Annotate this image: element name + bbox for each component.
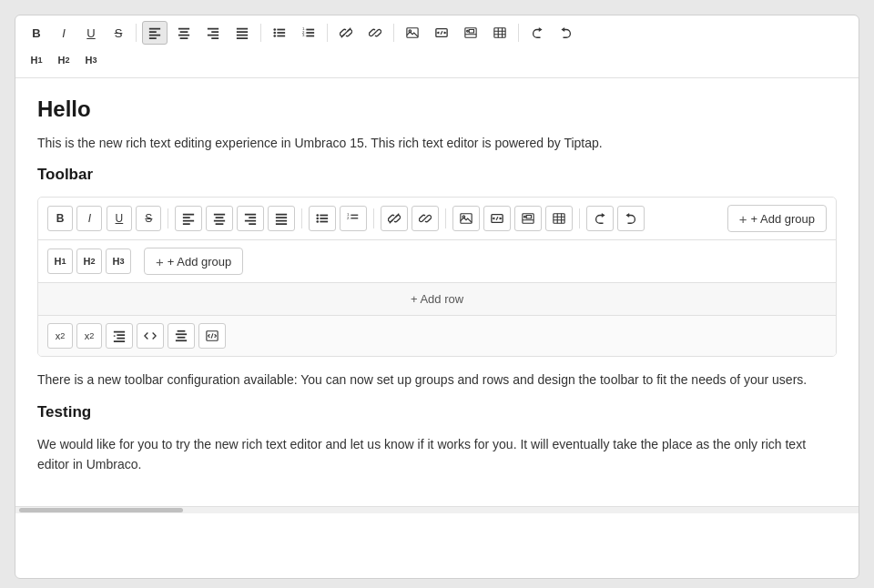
- svg-rect-54: [276, 218, 287, 219]
- content-area: Hello This is the new rich text editing …: [15, 78, 859, 506]
- separator-4: [393, 24, 394, 42]
- config-align-center-button[interactable]: [206, 206, 233, 231]
- svg-rect-82: [117, 338, 125, 340]
- svg-rect-45: [214, 214, 225, 216]
- svg-line-29: [373, 31, 377, 35]
- svg-rect-10: [208, 35, 218, 36]
- svg-rect-3: [149, 37, 157, 39]
- svg-rect-5: [180, 31, 188, 33]
- config-subscript-button[interactable]: x2: [76, 323, 102, 349]
- config-sep-5: [579, 208, 580, 228]
- config-link-button[interactable]: [412, 206, 439, 231]
- svg-point-59: [317, 218, 320, 220]
- config-align-right-button[interactable]: [237, 206, 264, 231]
- link-button[interactable]: [362, 21, 388, 45]
- underline-button[interactable]: U: [79, 21, 103, 45]
- svg-rect-55: [276, 220, 287, 222]
- media-button[interactable]: [458, 21, 483, 45]
- align-justify-button[interactable]: [229, 21, 255, 45]
- svg-rect-43: [183, 220, 194, 222]
- redo-button[interactable]: [524, 21, 550, 45]
- config-sep-3: [373, 208, 374, 228]
- align-left-button[interactable]: [142, 21, 168, 45]
- config-sep-2: [301, 208, 302, 228]
- toolbar-row-2: H1 H2 H3: [25, 48, 849, 72]
- config-italic-button[interactable]: I: [76, 206, 102, 231]
- svg-point-74: [524, 217, 526, 218]
- config-bold-button[interactable]: B: [47, 206, 73, 231]
- config-strike-button[interactable]: S: [136, 206, 161, 231]
- svg-rect-49: [245, 214, 256, 216]
- config-h1-button[interactable]: H1: [47, 248, 73, 274]
- svg-rect-11: [211, 37, 218, 39]
- plus-icon-2: +: [156, 254, 164, 269]
- config-inline-code-button[interactable]: [137, 323, 164, 349]
- h1-button[interactable]: H1: [25, 48, 48, 72]
- config-ul-button[interactable]: [309, 206, 336, 231]
- svg-rect-8: [208, 28, 218, 30]
- align-right-button[interactable]: [200, 21, 226, 45]
- add-group-button-row1[interactable]: + + Add group: [727, 205, 827, 232]
- undo-button[interactable]: [554, 21, 579, 45]
- svg-rect-14: [237, 35, 248, 36]
- top-toolbar: B I U S: [15, 15, 859, 78]
- svg-point-57: [317, 215, 320, 218]
- svg-rect-6: [178, 35, 189, 36]
- unlink-button[interactable]: [333, 21, 359, 45]
- config-embed-button[interactable]: [483, 206, 511, 231]
- italic-button[interactable]: I: [52, 21, 76, 45]
- align-center-button[interactable]: [171, 21, 197, 45]
- unordered-list-button[interactable]: [267, 21, 292, 45]
- svg-rect-21: [277, 35, 285, 37]
- section-toolbar-heading: Toolbar: [37, 166, 837, 184]
- add-group-button-row2[interactable]: + + Add group: [144, 248, 243, 275]
- image-button[interactable]: [400, 21, 425, 45]
- config-row-1: B I U S: [38, 198, 836, 240]
- svg-rect-36: [494, 28, 505, 38]
- h2-button[interactable]: H2: [52, 48, 76, 72]
- config-h3-button[interactable]: H3: [106, 248, 131, 274]
- scrollbar-thumb[interactable]: [19, 508, 183, 512]
- svg-rect-42: [183, 218, 190, 219]
- config-align-mid-button[interactable]: [168, 323, 195, 349]
- separator-5: [518, 24, 519, 42]
- svg-text:3.: 3.: [302, 33, 306, 37]
- config-align-left-button[interactable]: [175, 206, 202, 231]
- config-underline-button[interactable]: U: [107, 206, 132, 231]
- config-image-button[interactable]: [452, 206, 480, 231]
- ordered-list-button[interactable]: 1.2.3.: [296, 21, 321, 45]
- svg-point-61: [317, 221, 320, 224]
- config-h2-button[interactable]: H2: [76, 248, 102, 274]
- add-row-bar[interactable]: + Add row: [38, 283, 836, 316]
- svg-rect-25: [306, 32, 314, 34]
- h3-button[interactable]: H3: [79, 48, 103, 72]
- svg-rect-56: [276, 224, 287, 226]
- config-ol-button[interactable]: 1.2.: [340, 206, 367, 231]
- config-sep-4: [445, 208, 446, 228]
- svg-rect-7: [180, 37, 188, 39]
- toolbar-row-1: B I U S: [25, 21, 849, 45]
- config-media-button[interactable]: [514, 206, 542, 231]
- svg-rect-1: [149, 31, 157, 33]
- config-redo-button[interactable]: [586, 206, 614, 231]
- config-code-block-button[interactable]: [198, 323, 226, 349]
- svg-line-72: [496, 218, 498, 221]
- strikethrough-button[interactable]: S: [107, 21, 130, 45]
- config-undo-button[interactable]: [617, 206, 645, 231]
- svg-point-20: [273, 35, 276, 37]
- embed-button[interactable]: [429, 21, 454, 45]
- section-testing-heading: Testing: [37, 403, 837, 421]
- config-align-justify-button[interactable]: [268, 206, 295, 231]
- config-unlink-button[interactable]: [381, 206, 408, 231]
- svg-rect-53: [276, 214, 287, 216]
- horizontal-scrollbar[interactable]: [15, 506, 859, 513]
- svg-rect-46: [216, 218, 224, 219]
- svg-line-33: [441, 31, 442, 35]
- editor-container: B I U S: [15, 15, 859, 579]
- bold-button[interactable]: B: [25, 21, 48, 45]
- config-table-button[interactable]: [545, 206, 573, 231]
- config-indent-button[interactable]: [106, 323, 133, 349]
- table-button[interactable]: [487, 21, 513, 45]
- svg-rect-50: [249, 218, 257, 219]
- config-superscript-button[interactable]: x2: [47, 323, 73, 349]
